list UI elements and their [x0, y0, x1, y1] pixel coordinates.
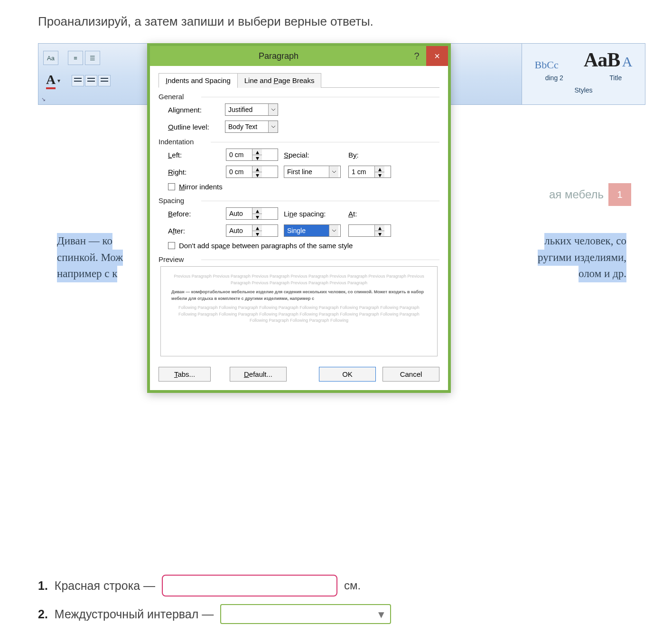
doc-text-left-2: спинкой. Мож	[57, 250, 123, 266]
align-center-button[interactable]	[85, 75, 97, 86]
tab-indents-spacing[interactable]: Indents and Spacing	[159, 73, 238, 88]
numbering-icon[interactable]: ☰	[85, 51, 100, 65]
align-right-button[interactable]	[98, 75, 111, 86]
ribbon-dialog-launcher[interactable]: ↘	[41, 96, 46, 103]
q1-number: 1.	[38, 579, 48, 593]
after-spinner[interactable]: ▴▾	[226, 224, 278, 237]
ok-button[interactable]: OK	[319, 367, 376, 382]
tabs-button[interactable]: Tabs...	[159, 367, 211, 382]
spin-down-icon[interactable]: ▾	[252, 155, 262, 160]
doc-step-badge: 1	[608, 183, 631, 206]
doc-text-left-1: Диван — ко	[57, 233, 112, 250]
q1-text: Красная строка —	[55, 579, 155, 593]
tab1-label: ndents and Spacing	[168, 76, 231, 84]
line-spacing-label: Line spacing:	[284, 210, 343, 218]
mirror-indents-checkbox[interactable]	[168, 183, 175, 190]
at-spinner[interactable]: ▴▾	[348, 224, 391, 237]
line-spacing-combo[interactable]	[284, 224, 341, 237]
doc-text-right-2: ругими изделиями,	[538, 250, 626, 266]
indent-right-spinner[interactable]: ▴▾	[226, 166, 278, 178]
outline-level-combo[interactable]	[225, 121, 278, 133]
task-intro: Проанализируй, а затем запиши и выбери в…	[38, 14, 664, 29]
style-heading2-sample[interactable]: BbCc	[532, 58, 561, 72]
before-spinner[interactable]: ▴▾	[226, 207, 278, 220]
doc-text-left-3: например с к	[57, 266, 117, 282]
preview-box: Previous Paragraph Previous Paragraph Pr…	[160, 266, 438, 356]
close-button[interactable]: ×	[426, 46, 448, 66]
styles-caption: Styles	[522, 86, 645, 94]
doc-text-right-1: льких человек, со	[544, 233, 626, 250]
paragraph-dialog: Paragraph ? × Indents and Spacing Line a…	[147, 43, 451, 393]
by-label: By:	[348, 151, 391, 159]
at-value[interactable]	[349, 225, 374, 236]
style-title-sample[interactable]: AaB A	[581, 47, 635, 72]
after-value[interactable]	[226, 225, 252, 236]
section-spacing: Spacing	[159, 196, 439, 205]
section-general: General	[159, 93, 439, 101]
spin-down-icon[interactable]: ▾	[375, 231, 384, 236]
font-color-button[interactable]: A▾	[46, 72, 60, 89]
q2-text: Междустрочный интервал —	[55, 607, 214, 621]
after-label: After:	[168, 227, 220, 235]
preview-sample-text: Диван — комфортабельное мебельное издели…	[171, 289, 427, 302]
bullets-icon[interactable]: ≡	[68, 51, 83, 65]
change-case-icon[interactable]: Aa	[43, 51, 58, 65]
indent-right-value[interactable]	[226, 166, 252, 177]
help-button[interactable]: ?	[407, 51, 426, 62]
chevron-down-icon: ▾	[378, 607, 384, 621]
doc-header-right: ая мебель	[549, 188, 604, 201]
special-dropdown-icon[interactable]	[329, 166, 338, 177]
q2-answer-select[interactable]: ▾	[220, 604, 391, 624]
preview-next-text: Following Paragraph Following Paragraph …	[171, 305, 427, 324]
cancel-button[interactable]: Cancel	[383, 367, 439, 382]
outline-level-value[interactable]	[225, 121, 268, 132]
section-preview: Preview	[159, 255, 439, 263]
at-label: At:	[348, 210, 391, 218]
by-value[interactable]	[349, 166, 374, 177]
q2-number: 2.	[38, 607, 48, 621]
outline-dropdown-icon[interactable]	[268, 121, 278, 132]
alignment-value[interactable]	[225, 104, 268, 115]
special-value[interactable]	[284, 166, 329, 177]
dialog-title: Paragraph	[150, 51, 407, 61]
spin-down-icon[interactable]: ▾	[252, 214, 262, 219]
dont-add-space-label: Don't add space between paragraphs of th…	[179, 242, 353, 250]
before-value[interactable]	[226, 208, 252, 219]
section-indentation: Indentation	[159, 138, 439, 146]
preview-prev-text: Previous Paragraph Previous Paragraph Pr…	[171, 273, 427, 286]
by-spinner[interactable]: ▴▾	[348, 166, 391, 178]
indent-right-label: Right:	[168, 168, 220, 176]
indent-left-label: Left:	[168, 151, 220, 159]
alignment-combo[interactable]	[225, 103, 278, 116]
q1-unit: см.	[344, 579, 361, 592]
style-label-heading2: ding 2	[545, 74, 563, 82]
q1-answer-input[interactable]	[162, 575, 337, 596]
default-button[interactable]: Default...	[230, 367, 287, 382]
align-left-button[interactable]	[72, 75, 84, 86]
mirror-indents-label: Mirror indents	[179, 183, 223, 191]
line-spacing-dropdown-icon[interactable]	[329, 225, 338, 236]
style-title-suffix: A	[622, 54, 633, 69]
word-background: Aa ≡ ☰ A▾ ↘ BbCc AaB	[38, 43, 645, 560]
special-label: Special:	[284, 151, 343, 159]
alignment-dropdown-icon[interactable]	[268, 104, 278, 115]
outline-level-label: Outline level:	[168, 123, 220, 131]
spin-down-icon[interactable]: ▾	[375, 172, 384, 177]
indent-left-value[interactable]	[226, 149, 252, 160]
tab-line-page-breaks[interactable]: Line and Page Breaks	[237, 73, 322, 88]
spin-down-icon[interactable]: ▾	[252, 172, 262, 177]
before-label: Before:	[168, 210, 220, 218]
special-combo[interactable]	[284, 166, 341, 178]
indent-left-spinner[interactable]: ▴▾	[226, 149, 278, 161]
dont-add-space-checkbox[interactable]	[168, 242, 175, 249]
line-spacing-value[interactable]	[284, 225, 329, 236]
styles-group: BbCc AaB A ding 2 Title Styles	[522, 44, 645, 105]
doc-text-right-3: олом и др.	[579, 266, 626, 282]
spin-down-icon[interactable]: ▾	[252, 231, 262, 236]
alignment-label: Alignment:	[168, 106, 220, 114]
style-label-title: Title	[609, 74, 622, 82]
style-title-text: AaB	[584, 49, 620, 71]
